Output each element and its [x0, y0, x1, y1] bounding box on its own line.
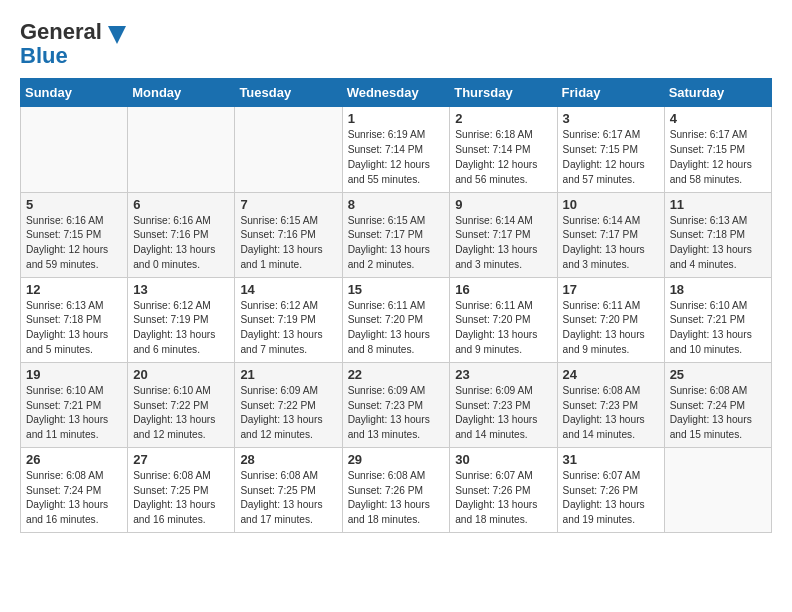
day-number: 19: [26, 367, 122, 382]
day-number: 24: [563, 367, 659, 382]
calendar-cell: 4Sunrise: 6:17 AM Sunset: 7:15 PM Daylig…: [664, 107, 771, 192]
calendar-cell: 10Sunrise: 6:14 AM Sunset: 7:17 PM Dayli…: [557, 192, 664, 277]
day-info: Sunrise: 6:08 AM Sunset: 7:23 PM Dayligh…: [563, 384, 659, 443]
day-number: 9: [455, 197, 551, 212]
day-info: Sunrise: 6:12 AM Sunset: 7:19 PM Dayligh…: [133, 299, 229, 358]
logo-wordmark: General Blue: [20, 20, 126, 68]
day-info: Sunrise: 6:11 AM Sunset: 7:20 PM Dayligh…: [455, 299, 551, 358]
calendar-header-row: SundayMondayTuesdayWednesdayThursdayFrid…: [21, 79, 772, 107]
day-info: Sunrise: 6:14 AM Sunset: 7:17 PM Dayligh…: [563, 214, 659, 273]
day-info: Sunrise: 6:08 AM Sunset: 7:24 PM Dayligh…: [26, 469, 122, 528]
calendar-cell: 28Sunrise: 6:08 AM Sunset: 7:25 PM Dayli…: [235, 447, 342, 532]
day-info: Sunrise: 6:08 AM Sunset: 7:25 PM Dayligh…: [240, 469, 336, 528]
day-info: Sunrise: 6:19 AM Sunset: 7:14 PM Dayligh…: [348, 128, 445, 187]
day-info: Sunrise: 6:18 AM Sunset: 7:14 PM Dayligh…: [455, 128, 551, 187]
day-number: 16: [455, 282, 551, 297]
calendar-cell: [664, 447, 771, 532]
logo-blue: Blue: [20, 43, 68, 68]
day-info: Sunrise: 6:16 AM Sunset: 7:16 PM Dayligh…: [133, 214, 229, 273]
calendar-cell: 23Sunrise: 6:09 AM Sunset: 7:23 PM Dayli…: [450, 362, 557, 447]
calendar-cell: 12Sunrise: 6:13 AM Sunset: 7:18 PM Dayli…: [21, 277, 128, 362]
day-info: Sunrise: 6:10 AM Sunset: 7:21 PM Dayligh…: [26, 384, 122, 443]
day-number: 22: [348, 367, 445, 382]
calendar-cell: 26Sunrise: 6:08 AM Sunset: 7:24 PM Dayli…: [21, 447, 128, 532]
calendar-cell: 25Sunrise: 6:08 AM Sunset: 7:24 PM Dayli…: [664, 362, 771, 447]
page-header: General Blue: [20, 20, 772, 68]
day-number: 29: [348, 452, 445, 467]
day-info: Sunrise: 6:11 AM Sunset: 7:20 PM Dayligh…: [563, 299, 659, 358]
calendar-cell: 30Sunrise: 6:07 AM Sunset: 7:26 PM Dayli…: [450, 447, 557, 532]
day-number: 23: [455, 367, 551, 382]
logo: General Blue: [20, 20, 126, 68]
day-number: 18: [670, 282, 766, 297]
day-number: 17: [563, 282, 659, 297]
day-number: 2: [455, 111, 551, 126]
calendar-cell: 1Sunrise: 6:19 AM Sunset: 7:14 PM Daylig…: [342, 107, 450, 192]
day-number: 3: [563, 111, 659, 126]
calendar-week-row: 5Sunrise: 6:16 AM Sunset: 7:15 PM Daylig…: [21, 192, 772, 277]
day-number: 13: [133, 282, 229, 297]
calendar-cell: [128, 107, 235, 192]
calendar-cell: [21, 107, 128, 192]
day-number: 6: [133, 197, 229, 212]
day-info: Sunrise: 6:08 AM Sunset: 7:24 PM Dayligh…: [670, 384, 766, 443]
day-info: Sunrise: 6:09 AM Sunset: 7:23 PM Dayligh…: [455, 384, 551, 443]
day-info: Sunrise: 6:11 AM Sunset: 7:20 PM Dayligh…: [348, 299, 445, 358]
calendar-cell: 17Sunrise: 6:11 AM Sunset: 7:20 PM Dayli…: [557, 277, 664, 362]
day-info: Sunrise: 6:13 AM Sunset: 7:18 PM Dayligh…: [670, 214, 766, 273]
day-info: Sunrise: 6:12 AM Sunset: 7:19 PM Dayligh…: [240, 299, 336, 358]
calendar-cell: 15Sunrise: 6:11 AM Sunset: 7:20 PM Dayli…: [342, 277, 450, 362]
logo-general: General: [20, 19, 102, 44]
weekday-header-friday: Friday: [557, 79, 664, 107]
calendar-cell: 2Sunrise: 6:18 AM Sunset: 7:14 PM Daylig…: [450, 107, 557, 192]
calendar-cell: 14Sunrise: 6:12 AM Sunset: 7:19 PM Dayli…: [235, 277, 342, 362]
calendar-cell: 16Sunrise: 6:11 AM Sunset: 7:20 PM Dayli…: [450, 277, 557, 362]
day-number: 12: [26, 282, 122, 297]
svg-marker-0: [108, 26, 126, 44]
calendar-cell: 19Sunrise: 6:10 AM Sunset: 7:21 PM Dayli…: [21, 362, 128, 447]
calendar-cell: 8Sunrise: 6:15 AM Sunset: 7:17 PM Daylig…: [342, 192, 450, 277]
calendar-cell: 5Sunrise: 6:16 AM Sunset: 7:15 PM Daylig…: [21, 192, 128, 277]
day-info: Sunrise: 6:13 AM Sunset: 7:18 PM Dayligh…: [26, 299, 122, 358]
weekday-header-thursday: Thursday: [450, 79, 557, 107]
day-number: 26: [26, 452, 122, 467]
calendar-week-row: 19Sunrise: 6:10 AM Sunset: 7:21 PM Dayli…: [21, 362, 772, 447]
calendar-cell: [235, 107, 342, 192]
day-number: 27: [133, 452, 229, 467]
calendar-week-row: 1Sunrise: 6:19 AM Sunset: 7:14 PM Daylig…: [21, 107, 772, 192]
day-info: Sunrise: 6:07 AM Sunset: 7:26 PM Dayligh…: [455, 469, 551, 528]
day-info: Sunrise: 6:15 AM Sunset: 7:16 PM Dayligh…: [240, 214, 336, 273]
weekday-header-monday: Monday: [128, 79, 235, 107]
day-number: 11: [670, 197, 766, 212]
calendar-cell: 11Sunrise: 6:13 AM Sunset: 7:18 PM Dayli…: [664, 192, 771, 277]
weekday-header-sunday: Sunday: [21, 79, 128, 107]
calendar-cell: 20Sunrise: 6:10 AM Sunset: 7:22 PM Dayli…: [128, 362, 235, 447]
day-info: Sunrise: 6:07 AM Sunset: 7:26 PM Dayligh…: [563, 469, 659, 528]
day-info: Sunrise: 6:09 AM Sunset: 7:23 PM Dayligh…: [348, 384, 445, 443]
day-number: 15: [348, 282, 445, 297]
day-info: Sunrise: 6:10 AM Sunset: 7:22 PM Dayligh…: [133, 384, 229, 443]
day-number: 20: [133, 367, 229, 382]
day-info: Sunrise: 6:17 AM Sunset: 7:15 PM Dayligh…: [670, 128, 766, 187]
calendar-cell: 29Sunrise: 6:08 AM Sunset: 7:26 PM Dayli…: [342, 447, 450, 532]
day-number: 14: [240, 282, 336, 297]
day-info: Sunrise: 6:16 AM Sunset: 7:15 PM Dayligh…: [26, 214, 122, 273]
calendar-cell: 3Sunrise: 6:17 AM Sunset: 7:15 PM Daylig…: [557, 107, 664, 192]
calendar-cell: 24Sunrise: 6:08 AM Sunset: 7:23 PM Dayli…: [557, 362, 664, 447]
calendar-cell: 7Sunrise: 6:15 AM Sunset: 7:16 PM Daylig…: [235, 192, 342, 277]
day-info: Sunrise: 6:10 AM Sunset: 7:21 PM Dayligh…: [670, 299, 766, 358]
day-info: Sunrise: 6:08 AM Sunset: 7:26 PM Dayligh…: [348, 469, 445, 528]
calendar-cell: 31Sunrise: 6:07 AM Sunset: 7:26 PM Dayli…: [557, 447, 664, 532]
day-info: Sunrise: 6:14 AM Sunset: 7:17 PM Dayligh…: [455, 214, 551, 273]
day-number: 4: [670, 111, 766, 126]
day-number: 1: [348, 111, 445, 126]
calendar-cell: 18Sunrise: 6:10 AM Sunset: 7:21 PM Dayli…: [664, 277, 771, 362]
calendar-cell: 21Sunrise: 6:09 AM Sunset: 7:22 PM Dayli…: [235, 362, 342, 447]
day-number: 28: [240, 452, 336, 467]
weekday-header-tuesday: Tuesday: [235, 79, 342, 107]
day-number: 8: [348, 197, 445, 212]
day-info: Sunrise: 6:17 AM Sunset: 7:15 PM Dayligh…: [563, 128, 659, 187]
day-number: 7: [240, 197, 336, 212]
calendar-cell: 13Sunrise: 6:12 AM Sunset: 7:19 PM Dayli…: [128, 277, 235, 362]
calendar-cell: 6Sunrise: 6:16 AM Sunset: 7:16 PM Daylig…: [128, 192, 235, 277]
